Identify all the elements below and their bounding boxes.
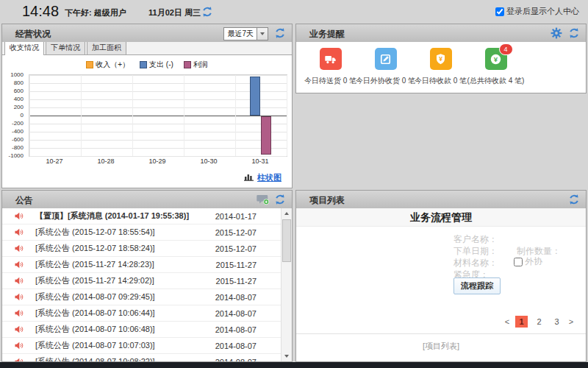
zero-axis	[29, 116, 287, 116]
page-3[interactable]: 3	[551, 316, 563, 328]
announcement-row[interactable]: [系统公告 (2015-12-07 18:55:54)]2015-12-07	[2, 224, 282, 241]
announcement-speaker-icon	[14, 357, 24, 361]
scrollbar[interactable]	[281, 208, 292, 361]
outsource-label: 外协	[525, 255, 542, 268]
material-name-label: 材料名称：	[453, 257, 498, 269]
refresh-icon[interactable]	[274, 194, 286, 208]
status-tab-3[interactable]: 加工面积	[87, 42, 126, 54]
page-next[interactable]: >	[568, 316, 574, 328]
scroll-down-button[interactable]	[282, 351, 292, 361]
projects-body: 业务流程管理 客户名称： 下单日期： 制作数量： 材料名称： 外协 紧急度： 流…	[296, 208, 586, 361]
add-comment-icon[interactable]	[257, 194, 270, 208]
announcement-speaker-icon	[14, 244, 24, 253]
business-status-body: 收支情况下单情况加工面积 收入（+）支出 (-)利润 1000800600400…	[2, 42, 292, 188]
project-list-footer: [项目列表]	[296, 341, 586, 352]
range-select[interactable]: 最近7天	[223, 27, 268, 40]
personal-center-checkbox[interactable]	[495, 7, 504, 16]
legend-swatch-icon	[86, 61, 93, 68]
legend-item: 收入（+）	[86, 60, 129, 70]
bar-10-31-s3	[261, 116, 271, 155]
announcement-row[interactable]: [系统公告 (2015-11-27 14:29:02)]2015-11-27	[2, 273, 282, 289]
chart-legend: 收入（+）支出 (-)利润	[2, 60, 292, 70]
clock-time: 14:48	[22, 3, 59, 20]
settings-gear-icon[interactable]	[551, 27, 562, 42]
panel-header: 公告	[2, 191, 292, 209]
reminder-item[interactable]: ¥今日待收款 0 笔	[413, 48, 468, 86]
bottom-strip	[0, 362, 588, 368]
coin-yuan-icon: ¥4	[485, 48, 507, 70]
announcement-speaker-icon	[14, 227, 24, 237]
project-list-panel: 项目列表 业务流程管理 客户名称： 下单日期： 制作数量： 材料名称： 外协 紧…	[295, 190, 587, 362]
announcement-row[interactable]: [系统公告 (2014-08-07 10:07:03)]2014-08-07	[2, 338, 282, 354]
announcements-panel: 公告 【置顶】[系统消息 (2014-01-17 19:55:38)]2014-…	[1, 190, 293, 362]
status-tabs: 收支情况下单情况加工面积	[2, 42, 292, 55]
divider	[296, 333, 586, 334]
refresh-icon[interactable]	[568, 194, 580, 208]
panel-title: 项目列表	[309, 194, 345, 207]
announcement-row[interactable]: [系统公告 (2015-12-07 18:58:24)]2015-12-07	[2, 241, 282, 257]
page-2[interactable]: 2	[533, 316, 545, 328]
svg-text:¥: ¥	[494, 54, 498, 63]
personal-center-label: 登录后显示个人中心	[506, 6, 579, 17]
refresh-icon[interactable]	[201, 6, 213, 21]
announcement-row[interactable]: [系统公告 (2015-11-27 14:28:23)]2015-11-27	[2, 257, 282, 273]
chart-type-switcher: 柱状图	[244, 171, 282, 184]
date-text: 11月02日 周三	[148, 7, 201, 18]
announcement-speaker-icon	[14, 308, 24, 318]
announcement-row[interactable]: [系统公告 (2014-08-07 10:08:22)]2014-08-07	[2, 354, 282, 361]
announcement-speaker-icon	[14, 260, 24, 269]
legend-item: 支出 (-)	[140, 60, 173, 70]
truck-icon	[320, 48, 342, 70]
chart-plot	[29, 74, 287, 157]
topbar: 14:48 下午好: 超级用户 11月02日 周三 登录后显示个人中心	[0, 0, 588, 24]
announcements-body: 【置顶】[系统消息 (2014-01-17 19:55:38)]2014-01-…	[2, 208, 292, 361]
announcement-speaker-icon	[14, 325, 24, 334]
reminders-body: 今日待送货 0 笔今日外协收货 0 笔¥今日待收款 0 笔¥4(总共待收款 4 …	[296, 42, 586, 93]
panel-header: 项目列表	[296, 191, 586, 209]
bar-chart-link[interactable]: 柱状图	[257, 172, 282, 183]
workflow-heading: 业务流程管理	[296, 208, 586, 227]
panel-title: 业务提醒	[309, 28, 345, 40]
announcement-row[interactable]: [系统公告 (2014-08-07 09:29:45)]2014-08-07	[2, 289, 282, 305]
announcement-speaker-icon	[14, 276, 24, 286]
refresh-icon[interactable]	[274, 27, 286, 42]
page-1[interactable]: 1	[515, 316, 528, 328]
scroll-up-button[interactable]	[282, 208, 292, 219]
page-prev[interactable]: <	[504, 316, 510, 328]
business-status-panel: 经营状况 最近7天 收支情况下单情况加工面积 收入（+）支出 (-)利润 100…	[1, 24, 293, 188]
refresh-icon[interactable]	[568, 27, 580, 42]
chart-x-axis: 10-2710-2810-2910-3010-31	[29, 158, 286, 166]
reminder-item[interactable]: ¥4(总共待收款 4 笔)	[468, 48, 523, 86]
reminder-item[interactable]: 今日外协收货 0 笔	[358, 48, 413, 86]
personal-center-toggle[interactable]: 登录后显示个人中心	[495, 6, 579, 17]
announcement-row[interactable]: [系统公告 (2014-08-07 10:06:48)]2014-08-07	[2, 322, 282, 338]
edit-icon	[375, 48, 397, 70]
svg-text:¥: ¥	[439, 55, 442, 63]
reminder-items: 今日待送货 0 笔今日外协收货 0 笔¥今日待收款 0 笔¥4(总共待收款 4 …	[303, 48, 523, 86]
scrollbar-thumb[interactable]	[282, 219, 291, 262]
announcement-speaker-icon	[14, 292, 24, 302]
panel-title: 经营状况	[15, 28, 51, 40]
customer-name-label: 客户名称：	[453, 233, 498, 246]
range-select-value: 最近7天	[224, 29, 257, 39]
income-expense-chart: 10008006004002000-200-400-600-800-1000 1…	[2, 73, 292, 169]
announcement-speaker-icon	[14, 211, 24, 221]
business-reminders-panel: 业务提醒 今日待送货 0 笔今日外协收货 0 笔¥今日待收款 0 笔¥4(总共待…	[295, 24, 587, 93]
outsource-checkbox-field[interactable]: 外协	[514, 255, 542, 268]
announcement-row[interactable]: 【置顶】[系统消息 (2014-01-17 19:55:38)]2014-01-…	[2, 208, 282, 224]
reminder-item[interactable]: 今日待送货 0 笔	[303, 48, 358, 86]
status-tab-2[interactable]: 下单情况	[46, 42, 85, 54]
panel-title: 公告	[15, 194, 33, 207]
legend-swatch-icon	[184, 61, 191, 68]
legend-item: 利润	[184, 60, 208, 70]
dashboard: 14:48 下午好: 超级用户 11月02日 周三 登录后显示个人中心 经营状况…	[0, 0, 588, 368]
outsource-checkbox[interactable]	[514, 258, 523, 266]
shield-yuan-icon: ¥	[430, 48, 452, 70]
panel-header: 经营状况 最近7天	[2, 24, 292, 43]
process-track-button[interactable]: 流程跟踪	[453, 277, 501, 294]
badge: 4	[499, 43, 513, 55]
announcement-row[interactable]: [系统公告 (2014-08-07 10:06:44)]2014-08-07	[2, 305, 282, 322]
status-tab-1[interactable]: 收支情况	[4, 42, 44, 55]
announcement-list: 【置顶】[系统消息 (2014-01-17 19:55:38)]2014-01-…	[2, 208, 282, 361]
chart-y-axis: 10008006004002000-200-400-600-800-1000	[2, 73, 26, 158]
